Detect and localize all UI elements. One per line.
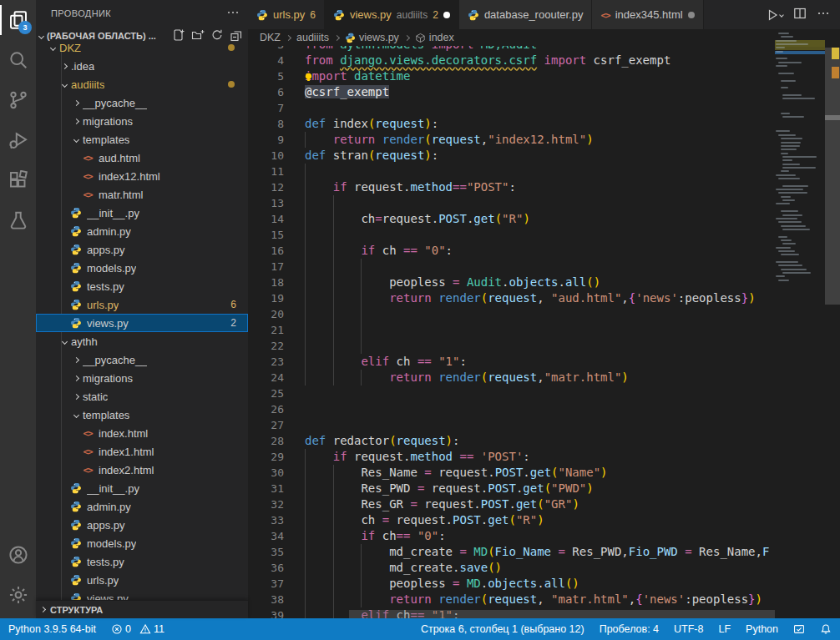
outline-section-header[interactable]: СТРУКТУРА [36, 600, 248, 618]
tree-item-tests.py[interactable]: tests.py [36, 552, 248, 571]
tree-item-tests.py[interactable]: tests.py [36, 277, 248, 295]
tree-item-static[interactable]: static [36, 387, 248, 406]
explorer-icon-button[interactable]: 3 [0, 0, 36, 40]
encoding-status[interactable]: UTF-8 [674, 623, 703, 635]
code-line-35[interactable]: 35 md_create = MD(Fio_Name = Res_PWD,Fio… [248, 544, 775, 560]
source-control-icon-button[interactable] [0, 80, 36, 120]
breadcrumb-item-audiiits[interactable]: audiiits [296, 32, 329, 43]
breadcrumb-item-views.py[interactable]: views.py [345, 32, 399, 43]
tree-item-__init__.py[interactable]: __init__.py [36, 479, 248, 497]
code-line-37[interactable]: 37 peopless = MD.objects.all() [248, 576, 775, 592]
code-line-17[interactable]: 17 [248, 259, 775, 275]
testing-icon-button[interactable] [0, 200, 36, 240]
tab-database_roouter.py[interactable]: database_roouter.py [459, 0, 593, 29]
tree-item-index1.html[interactable]: <>index1.html [36, 442, 248, 461]
tree-item-index2.html[interactable]: <>index2.html [36, 461, 248, 479]
account-icon-button[interactable] [0, 535, 36, 575]
scrollbar-slider[interactable] [825, 48, 840, 305]
vertical-scrollbar[interactable] [825, 29, 840, 618]
horizontal-scrollbar[interactable] [349, 610, 817, 618]
code-line-14[interactable]: 14 ch=request.POST.get("R") [248, 211, 775, 227]
code-line-15[interactable]: 15 [248, 227, 775, 243]
tree-item-index12.html[interactable]: <>index12.html [36, 167, 248, 185]
code-line-26[interactable]: 26 [248, 401, 775, 417]
tree-item-urls.py[interactable]: urls.py6 [36, 295, 248, 314]
code-line-38[interactable]: 38 return render(request, "matr.html",{'… [248, 592, 775, 607]
code-line-32[interactable]: 32 Res_GR = request.POST.get("GR") [248, 496, 775, 512]
tree-item-urls.py[interactable]: urls.py [36, 571, 248, 589]
code-line-19[interactable]: 19 return render(request, "aud.html",{'n… [248, 290, 775, 306]
cursor-position-status[interactable]: Строка 6, столбец 1 (выбрано 12) [421, 623, 584, 635]
minimap[interactable] [775, 29, 825, 618]
code-line-9[interactable]: 9 return render(request,"index12.html") [248, 132, 775, 148]
code-line-12[interactable]: 12 if request.method=="POST": [248, 179, 775, 195]
code-line-10[interactable]: 10def stran(request): [248, 148, 775, 164]
breadcrumb-item-DKZ[interactable]: DKZ [260, 32, 281, 43]
code-line-20[interactable]: 20 [248, 306, 775, 322]
code-line-6[interactable]: 6@csrf_exempt [248, 84, 775, 100]
tree-item-templates[interactable]: templates [36, 406, 248, 424]
code-line-33[interactable]: 33 ch = request.POST.get("R") [248, 512, 775, 528]
feedback-icon[interactable] [793, 623, 805, 635]
lightbulb-icon[interactable] [303, 71, 314, 82]
code-line-31[interactable]: 31 Res_PWD = request.POST.get("PWD") [248, 481, 775, 496]
code-line-21[interactable]: 21 [248, 322, 775, 338]
tree-item-templates[interactable]: templates [36, 130, 248, 149]
more-actions-icon[interactable] [817, 7, 830, 23]
extensions-icon-button[interactable] [0, 160, 36, 200]
tree-item-apps.py[interactable]: apps.py [36, 516, 248, 534]
code-line-29[interactable]: 29 if request.method == 'POST': [248, 449, 775, 465]
tree-item-models.py[interactable]: models.py [36, 534, 248, 552]
tree-item-__init__.py[interactable]: __init__.py [36, 204, 248, 222]
dirty-indicator-dot[interactable] [443, 12, 450, 18]
split-editor-icon[interactable] [793, 7, 807, 23]
code-line-22[interactable]: 22 [248, 338, 775, 354]
run-python-file-button[interactable] [766, 8, 783, 22]
notifications-bell-icon[interactable] [820, 623, 832, 635]
code-area[interactable]: 3from aythh.models import MD,Audit 4from… [248, 37, 775, 618]
tree-item-views.py[interactable]: views.py [36, 589, 248, 600]
tree-item-index.html[interactable]: <>index.html [36, 424, 248, 442]
dirty-indicator-dot[interactable] [688, 12, 695, 18]
code-line-18[interactable]: 18 peopless = Audit.objects.all() [248, 275, 775, 290]
code-line-5[interactable]: 5import datetime [248, 68, 775, 84]
code-line-7[interactable]: 7 [248, 100, 775, 116]
tree-item-audiiits[interactable]: audiiits [36, 75, 248, 93]
tab-index345.html[interactable]: <>index345.html [592, 0, 703, 29]
code-line-36[interactable]: 36 md_create.save() [248, 560, 775, 576]
code-line-23[interactable]: 23 elif ch == "1": [248, 354, 775, 370]
tree-item-apps.py[interactable]: apps.py [36, 240, 248, 259]
tab-views.py[interactable]: views.pyaudiiits2 [325, 0, 459, 29]
code-line-4[interactable]: 4from django.views.decorators.csrf impor… [248, 53, 775, 68]
tree-item-DKZ[interactable]: DKZ [36, 38, 248, 57]
tree-item-admin.py[interactable]: admin.py [36, 222, 248, 240]
language-mode-status[interactable]: Python [746, 623, 778, 635]
run-debug-icon-button[interactable] [0, 120, 36, 160]
tree-item-matr.html[interactable]: <>matr.html [36, 185, 248, 204]
settings-icon-button[interactable] [0, 575, 36, 615]
tree-item-models.py[interactable]: models.py [36, 259, 248, 277]
tree-item-views.py[interactable]: views.py2 [36, 314, 248, 332]
tree-item-aud.html[interactable]: <>aud.html [36, 149, 248, 167]
code-line-25[interactable]: 25 [248, 386, 775, 401]
code-line-30[interactable]: 30 Res_Name = request.POST.get("Name") [248, 465, 775, 481]
tree-item-.idea[interactable]: .idea [36, 57, 248, 75]
python-interpreter-status[interactable]: Python 3.9.5 64-bit [8, 623, 96, 635]
tree-item-migrations[interactable]: migrations [36, 112, 248, 130]
problems-status[interactable]: 0 11 [111, 623, 164, 635]
breadcrumb-item-index[interactable]: index [415, 32, 454, 43]
tree-item-__pycache__[interactable]: __pycache__ [36, 93, 248, 112]
eol-status[interactable]: LF [718, 623, 731, 635]
tree-item-migrations[interactable]: migrations [36, 369, 248, 387]
code-line-8[interactable]: 8def index(request): [248, 116, 775, 132]
explorer-more-icon[interactable] [226, 6, 240, 21]
code-line-28[interactable]: 28def redactor(request): [248, 433, 775, 449]
code-line-13[interactable]: 13 [248, 195, 775, 211]
code-line-11[interactable]: 11 [248, 164, 775, 179]
code-line-34[interactable]: 34 if ch== "0": [248, 528, 775, 544]
code-line-27[interactable]: 27 [248, 417, 775, 433]
indentation-status[interactable]: Пробелов: 4 [600, 623, 659, 635]
code-line-24[interactable]: 24 return render(request,"matr.html") [248, 370, 775, 386]
tree-item-admin.py[interactable]: admin.py [36, 497, 248, 516]
search-icon-button[interactable] [0, 40, 36, 80]
